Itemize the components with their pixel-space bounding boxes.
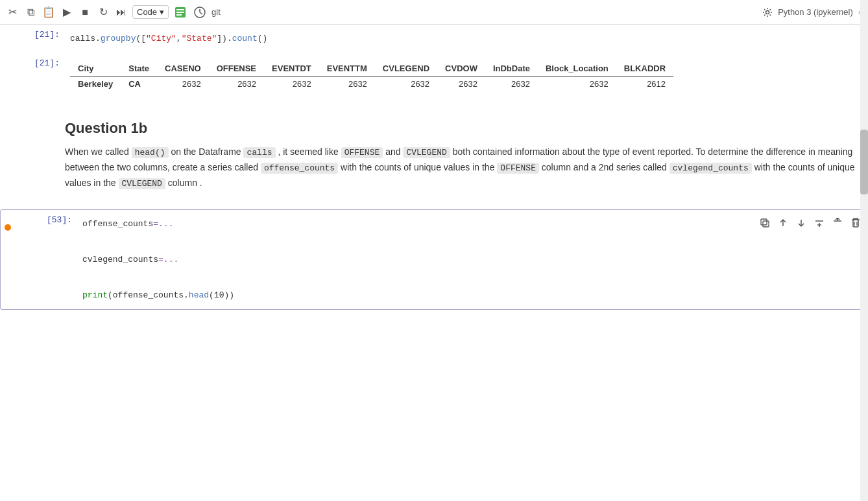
cell-cvdow: 2632 xyxy=(437,76,485,91)
cell-eventtm: 2632 xyxy=(319,76,375,91)
svg-rect-17 xyxy=(853,220,858,227)
code-count: count xyxy=(232,34,258,43)
svg-rect-8 xyxy=(763,221,769,227)
notebook-icon xyxy=(173,5,188,20)
cell-label-21-input: [21]: xyxy=(0,27,65,40)
restart-icon[interactable]: ↻ xyxy=(96,5,110,19)
code-53-line3: cvlegend_counts=... xyxy=(82,251,753,269)
code-offense-counts-ref: offense_counts xyxy=(261,163,338,174)
row-city-berkeley: Berkeley xyxy=(70,76,121,91)
cell-indbdate: 2632 xyxy=(485,76,538,91)
svg-point-7 xyxy=(766,10,769,14)
cell-label-markdown xyxy=(0,110,65,112)
notebook-content: [21]: calls.groupby(["City","State"]).co… xyxy=(0,25,868,310)
cell-markdown-q1b: Question 1b When we called head() on the… xyxy=(0,107,868,202)
col-header-city: City xyxy=(70,61,121,76)
cell-eventdt: 2632 xyxy=(264,76,319,91)
copy-icon[interactable]: ⧉ xyxy=(23,5,38,19)
cell-label-53: [53]: xyxy=(12,213,77,225)
svg-rect-9 xyxy=(761,219,767,225)
code-city-str: "City" xyxy=(146,34,176,43)
chevron-down-icon: ▾ xyxy=(160,7,164,17)
move-down-icon[interactable] xyxy=(795,216,808,229)
code-53-line1: offense_counts=... xyxy=(82,215,753,233)
col-header-indbdate: InDbDate xyxy=(485,61,538,76)
cell-21-code-content[interactable]: calls.groupby(["City","State"]).count() xyxy=(65,27,868,51)
code-offense-col: OFFENSE xyxy=(497,163,539,174)
col-header-eventdt: EVENTDT xyxy=(264,61,319,76)
col-header-block-location: Block_Location xyxy=(538,61,616,76)
code-calls-ref: calls xyxy=(243,147,275,158)
col-header-caseno: CASENO xyxy=(157,61,209,76)
cell-action-toolbar xyxy=(758,213,867,229)
kernel-name: Python 3 (ipykernel) xyxy=(778,7,853,17)
code-cvlegend-counts-ref: cvlegend_counts xyxy=(669,163,752,174)
scrollbar-thumb[interactable] xyxy=(860,130,868,194)
code-head: head() xyxy=(132,147,169,158)
col-header-eventtm: EVENTTM xyxy=(319,61,375,76)
paste-icon[interactable]: 📋 xyxy=(42,5,56,19)
cell-type-dropdown[interactable]: Code ▾ xyxy=(132,5,169,19)
col-header-cvdow: CVDOW xyxy=(437,61,485,76)
question-heading: Question 1b xyxy=(65,120,868,137)
cell-21-input: [21]: calls.groupby(["City","State"]).co… xyxy=(0,25,868,53)
svg-rect-1 xyxy=(176,9,184,10)
col-header-blkaddr: BLKADDR xyxy=(616,61,673,76)
cell-offense: 2632 xyxy=(209,76,264,91)
output-table: City State CASENO OFFENSE EVENTDT EVENTT… xyxy=(70,61,673,91)
svg-rect-3 xyxy=(176,14,182,16)
gear-icon xyxy=(762,7,773,17)
git-label: git xyxy=(211,7,221,17)
row-state-ca: CA xyxy=(121,76,157,91)
svg-rect-2 xyxy=(176,12,184,13)
copy-cell-icon[interactable] xyxy=(758,216,771,229)
code-53-line5: print(offense_counts.head(10)) xyxy=(82,286,753,305)
cell-type-label: Code xyxy=(137,7,157,17)
fast-forward-icon[interactable]: ⏭ xyxy=(114,5,128,19)
markdown-content: Question 1b When we called head() on the… xyxy=(65,110,868,199)
stop-icon[interactable]: ■ xyxy=(78,5,92,19)
code-groupby: groupby xyxy=(101,34,136,43)
cell-53-code-content[interactable]: offense_counts=... cvlegend_counts=... p… xyxy=(77,213,758,307)
code-53-line2 xyxy=(82,233,753,251)
col-header-cvlegend: CVLEGEND xyxy=(375,61,437,76)
scrollbar[interactable] xyxy=(860,0,868,501)
active-cell-dot xyxy=(5,224,11,231)
cut-icon[interactable]: ✂ xyxy=(5,5,19,19)
cell-blkaddr: 2612 xyxy=(616,76,673,91)
markdown-paragraph: When we called head() on the Dataframe c… xyxy=(65,145,868,191)
move-up-icon[interactable] xyxy=(777,216,790,229)
code-cvlegend-ref: CVLEGEND xyxy=(403,147,450,158)
cell-cvlegend: 2632 xyxy=(375,76,437,91)
code-calls: calls xyxy=(70,34,95,43)
cell-21-output: [21]: City State CASENO OFFENSE EVENTDT … xyxy=(0,53,868,97)
cell-21-output-content: City State CASENO OFFENSE EVENTDT EVENTT… xyxy=(65,56,868,94)
insert-below-icon[interactable] xyxy=(831,216,844,229)
code-line-0: calls.groupby(["City","State"]).count() xyxy=(70,30,863,48)
code-cvlegend-col: CVLEGEND xyxy=(119,178,165,189)
code-offense-ref: OFFENSE xyxy=(341,147,383,158)
cell-caseno: 2632 xyxy=(157,76,209,91)
code-53-line4 xyxy=(82,268,753,286)
clock-icon xyxy=(192,5,208,20)
col-header-state: State xyxy=(121,61,157,76)
col-header-offense: OFFENSE xyxy=(209,61,264,76)
cell-53: [53]: offense_counts=... cvlegend_counts… xyxy=(0,209,868,310)
code-state-str: "State" xyxy=(182,34,217,43)
cell-block-location: 2632 xyxy=(538,76,616,91)
svg-line-6 xyxy=(200,12,202,14)
main-toolbar: ✂ ⧉ 📋 ▶ ■ ↻ ⏭ Code ▾ git Python 3 (ipyke… xyxy=(0,0,868,25)
toolbar-right: Python 3 (ipykernel) ○ xyxy=(762,7,863,17)
table-row: Berkeley CA 2632 2632 2632 2632 2632 263… xyxy=(70,76,673,91)
run-icon[interactable]: ▶ xyxy=(60,5,74,19)
insert-above-icon[interactable] xyxy=(813,216,826,229)
cell-label-21-output: [21]: xyxy=(0,56,65,68)
